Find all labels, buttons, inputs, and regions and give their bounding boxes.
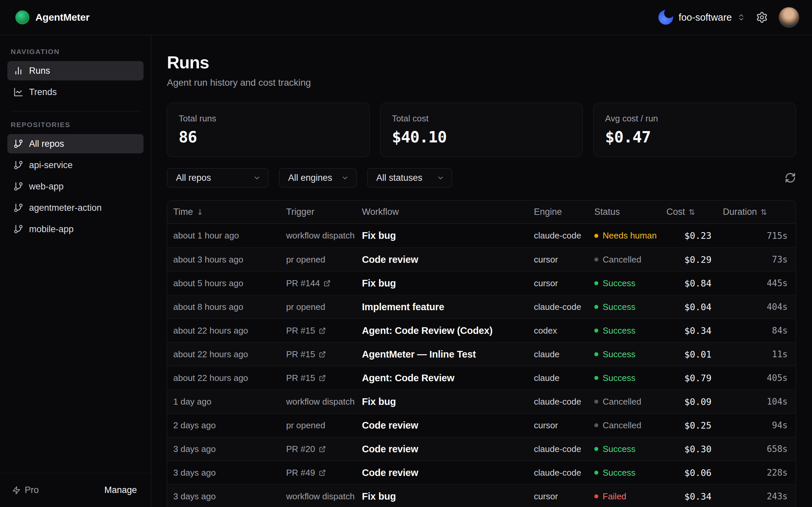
table-row[interactable]: 3 days ago PR #49 Code review claude-cod… [167,461,796,484]
run-trigger[interactable]: PR #49 [286,468,362,478]
run-time: 3 days ago [173,444,286,454]
user-avatar[interactable] [778,7,799,28]
run-trigger[interactable]: PR #15 [286,349,362,359]
run-workflow: Code review [362,467,534,478]
status-badge: Needs human [594,230,666,241]
runs-table-body: about 1 hour ago workflow dispatch Fix b… [167,224,796,507]
sidebar-item-mobile-app[interactable]: mobile-app [7,220,144,239]
plan-badge: Pro [12,485,39,495]
status-filter-select[interactable]: All statuses [367,168,452,187]
repositories-section-label: REPOSITORIES [11,121,140,129]
engine-filter-select[interactable]: All engines [279,168,357,187]
stat-value: $0.47 [605,128,784,146]
run-trigger-label: workflow dispatch [286,397,355,407]
run-trigger: workflow dispatch [286,491,362,502]
topbar: AgentMeter foo-software [0,0,812,35]
chevron-down-icon [437,174,444,182]
run-workflow: Code review [362,444,534,455]
status-badge: Success [594,373,666,383]
table-row[interactable]: about 22 hours ago PR #15 Agent: Code Re… [167,319,796,342]
run-duration: 104s [723,397,796,407]
sidebar-item-web-app[interactable]: web-app [7,177,144,196]
sort-desc-icon: ↓ [197,208,203,217]
run-duration: 84s [723,326,796,336]
settings-button[interactable] [756,11,768,23]
table-row[interactable]: about 8 hours ago pr opened Implement fe… [167,295,796,319]
brand-home-link[interactable]: AgentMeter [15,10,90,24]
chevron-down-icon [341,174,349,182]
run-workflow: Code review [362,254,534,265]
table-row[interactable]: about 1 hour ago workflow dispatch Fix b… [167,224,796,247]
table-row[interactable]: 2 days ago pr opened Code review cursor … [167,413,796,437]
sidebar-item-agentmeter-action[interactable]: agentmeter-action [7,198,144,218]
sidebar-item-api-service[interactable]: api-service [7,156,144,175]
stat-value: $40.10 [392,128,571,146]
run-trigger-label: PR #20 [286,444,315,454]
run-trigger[interactable]: PR #15 [286,326,362,336]
run-cost: $0.34 [666,491,723,502]
git-branch-icon [13,203,23,213]
run-trigger-label: pr opened [286,302,325,312]
column-header-duration[interactable]: Duration ⇅ [723,207,796,217]
status-dot-icon [594,234,598,238]
trend-line-icon [13,87,23,97]
status-badge: Success [594,278,666,288]
column-header-time[interactable]: Time ↓ [173,207,286,217]
sidebar: NAVIGATION Runs Trends REPOSITORIES All … [0,35,151,507]
status-badge: Cancelled [594,255,666,265]
status-badge: Success [594,302,666,312]
run-time: about 5 hours ago [173,278,286,288]
table-row[interactable]: 1 day ago workflow dispatch Fix bug clau… [167,390,796,413]
run-trigger[interactable]: PR #15 [286,373,362,383]
run-trigger: workflow dispatch [286,397,362,407]
column-header-cost[interactable]: Cost ⇅ [666,207,723,217]
external-link-icon [319,327,326,334]
run-trigger: pr opened [286,255,362,265]
status-dot-icon [594,471,598,475]
column-header-trigger: Trigger [286,207,362,217]
run-trigger: pr opened [286,420,362,431]
run-cost: $0.09 [666,397,723,407]
run-engine: cursor [534,255,594,265]
org-switcher[interactable]: foo-software [658,10,745,25]
run-engine: claude-code [534,444,594,454]
app-body: NAVIGATION Runs Trends REPOSITORIES All … [0,35,812,507]
status-label: Cancelled [603,397,642,407]
sidebar-item-all-repos[interactable]: All repos [7,134,144,154]
run-trigger-label: PR #144 [286,278,320,288]
status-label: Cancelled [603,255,642,265]
status-label: Cancelled [603,420,642,431]
run-time: 1 day ago [173,397,286,407]
refresh-button[interactable] [784,172,796,183]
run-trigger-label: PR #15 [286,373,315,383]
sidebar-item-trends[interactable]: Trends [7,82,144,102]
stat-card-avg-cost: Avg cost / run $0.47 [593,103,796,157]
run-cost: $0.04 [666,302,723,312]
brand-name: AgentMeter [35,12,90,23]
table-row[interactable]: about 5 hours ago PR #144 Fix bug cursor… [167,271,796,295]
table-row[interactable]: about 3 hours ago pr opened Code review … [167,247,796,271]
table-row[interactable]: 3 days ago PR #20 Code review claude-cod… [167,437,796,461]
sidebar-item-label: agentmeter-action [29,203,102,213]
stat-value: 86 [179,128,358,146]
run-trigger-label: PR #15 [286,326,315,336]
manage-button[interactable]: Manage [104,485,137,495]
sidebar-item-label: mobile-app [29,224,74,234]
sidebar-divider [11,111,140,111]
run-workflow: Agent: Code Review (Codex) [362,325,534,336]
table-row[interactable]: 3 days ago workflow dispatch Fix bug cur… [167,484,796,507]
stat-card-total-runs: Total runs 86 [167,103,370,157]
table-row[interactable]: about 22 hours ago PR #15 Agent: Code Re… [167,366,796,390]
repo-filter-select[interactable]: All repos [167,168,268,187]
run-trigger[interactable]: PR #20 [286,444,362,454]
run-engine: codex [534,326,594,336]
run-engine: cursor [534,420,594,431]
sidebar-item-label: api-service [29,160,73,170]
org-name: foo-software [678,12,732,23]
run-workflow: Agent: Code Review [362,373,534,384]
sidebar-item-runs[interactable]: Runs [7,61,144,80]
git-branch-icon [13,181,23,191]
sort-both-icon: ⇅ [689,208,695,217]
table-row[interactable]: about 22 hours ago PR #15 AgentMeter — I… [167,342,796,366]
run-trigger[interactable]: PR #144 [286,278,362,288]
